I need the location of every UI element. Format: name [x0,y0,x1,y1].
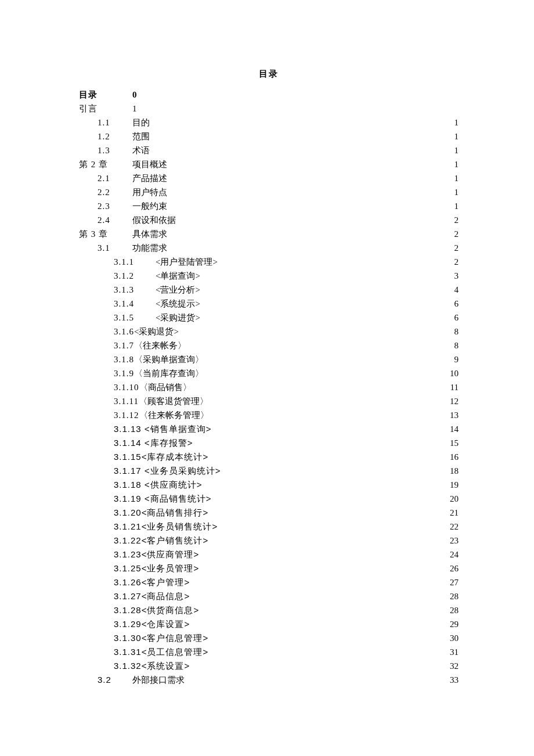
toc-entry: 3.1.9 〈当前库存查询〉10 [79,366,459,380]
toc-entry-page: 22 [449,520,459,534]
toc-entry-number: 3.1.4 [79,297,156,311]
toc-entry-number: 3.1.11 [79,394,139,408]
toc-entry: 第 2 章项目概述1 [79,157,459,171]
toc-entry-page: 3 [453,269,459,283]
toc-entry-number: 3.1.21<业务员销售统计> [79,520,218,534]
toc-entry-page: 28 [449,603,459,617]
toc-entry-number: 3.1.23<供应商管理> [79,548,199,561]
toc-entry: 3.1功能需求2 [79,241,459,255]
toc-entry: 3.1.23<供应商管理>24 [79,548,459,561]
toc-entry: 3.1.25<业务员管理>26 [79,561,459,575]
toc-entry-number: 第 2 章 [79,157,132,171]
table-of-contents: 目录0引言11.1目的11.2范围11.3术语1第 2 章项目概述12.1产品描… [79,88,459,687]
toc-entry: 第 3 章具体需求2 [79,227,459,241]
toc-entry-page: 32 [449,659,459,673]
toc-entry-page: 8 [453,325,459,339]
toc-entry-number: 2.4 [79,213,132,227]
toc-entry-number: 3.1.17 <业务员采购统计> [79,464,221,478]
toc-entry-label: 用户特点 [132,185,167,199]
toc-entry-number: 3.1.1 [79,255,156,269]
toc-entry: 3.1.22<客户销售统计>23 [79,534,459,548]
toc-entry-page: 23 [449,534,459,548]
toc-entry-number: 3.1.12 [79,408,139,422]
toc-entry: 3.1.11 〈顾客退货管理〉12 [79,394,459,408]
toc-entry-page: 2 [453,255,459,269]
toc-entry: 3.1.18 <供应商统计> 19 [79,478,459,492]
toc-entry: 3.1.32<系统设置>32 [79,659,459,673]
toc-entry-label: 一般约束 [132,199,167,213]
toc-entry-label: 〈商品销售〉 [139,380,192,394]
toc-entry: 3.1.10 〈商品销售〉11 [79,380,459,394]
toc-entry: 3.1.29<仓库设置>29 [79,617,459,631]
toc-entry: 目录0 [79,88,459,102]
toc-entry-page: 1 [453,171,459,185]
toc-entry: 3.1.4<系统提示>6 [79,297,459,311]
toc-entry-number: 2.1 [79,171,132,185]
toc-entry-page: 29 [449,617,459,631]
toc-entry-number: 引言 [79,102,132,116]
toc-entry: 3.1.26<客户管理>27 [79,575,459,589]
toc-entry-page: 1 [453,116,459,129]
toc-entry: 1.2范围1 [79,129,459,143]
toc-entry-number: 2.3 [79,199,132,213]
toc-entry: 3.1.19 <商品销售统计>20 [79,492,459,506]
toc-entry-page: 20 [449,492,459,506]
toc-entry-label: <营业分析> [156,283,200,297]
toc-entry-label: 1 [132,102,137,116]
toc-entry-page: 8 [453,339,459,352]
toc-entry: 3.1.3<营业分析>4 [79,283,459,297]
toc-entry-page: 11 [449,380,459,394]
toc-entry-page: 18 [449,464,459,478]
toc-entry-label: 〈当前库存查询〉 [134,366,204,380]
toc-entry: 2.1产品描述1 [79,171,459,185]
toc-entry-number: 3.1.27<商品信息> [79,589,190,603]
toc-entry: 3.1.5<采购进货>6 [79,311,459,325]
toc-entry-page: 14 [449,422,459,436]
toc-entry-label: 目的 [132,116,150,129]
page-title: 目录 [79,69,459,80]
toc-entry-number: 1.2 [79,129,132,143]
toc-entry-number: 1.1 [79,116,132,129]
toc-entry-number: 3.1.10 [79,380,139,394]
toc-entry-number: 3.1.8 [79,352,134,366]
toc-entry: 2.3一般约束1 [79,199,459,213]
toc-entry: 3.1.8 〈采购单据查询〉9 [79,352,459,366]
toc-entry-page: 1 [453,129,459,143]
toc-entry-number: 3.1.28<供货商信息> [79,603,199,617]
toc-entry: 3.1.27<商品信息>28 [79,589,459,603]
toc-entry-number: 3.1.6 [79,325,134,339]
toc-entry-number: 2.2 [79,185,132,199]
toc-entry-page: 4 [453,283,459,297]
toc-entry-page: 19 [449,478,459,492]
toc-entry-number: 3.1.9 [79,366,134,380]
toc-entry: 1.3术语1 [79,143,459,157]
toc-entry: 2.4假设和依据2 [79,213,459,227]
toc-entry-page: 27 [449,575,459,589]
toc-entry: 3.2外部接口需求33 [79,673,459,687]
toc-entry-page: 1 [453,185,459,199]
toc-entry: 3.1.1<用户登陆管理>2 [79,255,459,269]
toc-entry-page: 33 [449,673,459,687]
toc-entry: 2.2用户特点1 [79,185,459,199]
toc-entry-number: 3.1.25<业务员管理> [79,561,199,575]
toc-entry-page: 26 [449,561,459,575]
toc-entry-page: 31 [449,645,459,659]
toc-entry-page: 2 [453,213,459,227]
toc-entry: 3.1.13 <销售单据查询>14 [79,422,459,436]
toc-entry-number: 3.1.29<仓库设置> [79,617,190,631]
toc-entry: 3.1.14 <库存报警>15 [79,436,459,450]
toc-entry-label: 范围 [132,129,150,143]
toc-entry-number: 3.1.13 <销售单据查询> [79,422,211,436]
toc-entry-number: 3.2 [79,673,132,687]
toc-entry-label: <采购进货> [156,311,200,325]
toc-entry-label: <系统提示> [156,297,200,311]
toc-entry-number: 3.1.18 <供应商统计> [79,478,202,492]
toc-entry-label: <单据查询> [156,269,200,283]
toc-entry-page: 10 [449,366,459,380]
toc-entry-label: 具体需求 [132,227,167,241]
toc-entry-label: 产品描述 [132,171,167,185]
toc-entry: 3.1.31<员工信息管理>31 [79,645,459,659]
toc-entry-number: 3.1.32<系统设置> [79,659,190,673]
toc-entry-label: 假设和依据 [132,213,176,227]
toc-entry-page: 6 [453,297,459,311]
